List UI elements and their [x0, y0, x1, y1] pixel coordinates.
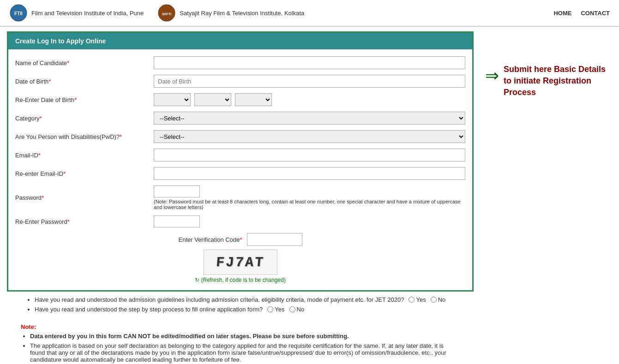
note-1: Data entered by you in this form CAN NOT…	[30, 333, 460, 340]
notes-section: Note: Data entered by you in this form C…	[7, 321, 474, 364]
category-row: Category* --Select-- General OBC SC ST	[15, 112, 465, 125]
q1-radio-group: Yes No	[409, 296, 445, 303]
q2-radio-group: Yes No	[267, 306, 304, 313]
q1-no-radio[interactable]	[431, 297, 437, 303]
pwd-select[interactable]: --Select-- Yes No	[154, 130, 465, 143]
name-row: Name of Candidate*	[15, 56, 465, 69]
reemail-input[interactable]	[154, 167, 465, 180]
email-input[interactable]	[154, 149, 465, 161]
question-2-text: Have you read and understood the step by…	[35, 306, 263, 313]
questions-section: Have you read and understood the admissi…	[7, 292, 474, 321]
captcha-input[interactable]	[247, 233, 302, 246]
dob-label: Date of Birth*	[15, 78, 154, 85]
captcha-input-row: Enter Verification Code*	[178, 233, 302, 246]
ftii-logo-text: Film and Television Institute of India, …	[31, 10, 144, 17]
form-title: Create Log In to Apply Online	[15, 37, 106, 45]
form-box-header: Create Log In to Apply Online	[8, 33, 472, 49]
header-logos: FTII Film and Television Institute of In…	[9, 4, 553, 22]
reemail-label: Re-enter Email-ID*	[15, 170, 154, 177]
captcha-image: FJ7AT	[204, 250, 277, 275]
dob-year-select[interactable]: 1990199119921993 1994199519961997 199819…	[235, 93, 272, 106]
question-item-2: Have you read and understood the step by…	[35, 306, 460, 313]
q1-no-option[interactable]: No	[431, 296, 446, 303]
email-row: Email-ID*	[15, 149, 465, 161]
notes-list: Data entered by you in this form CAN NOT…	[21, 333, 460, 363]
password-label: Password*	[15, 194, 154, 201]
dob-day-select[interactable]: 0102030405 0607080910 1112131415 1617181…	[154, 93, 191, 106]
svg-text:SRFTI: SRFTI	[162, 12, 171, 16]
category-select[interactable]: --Select-- General OBC SC ST	[154, 112, 465, 125]
email-label: Email-ID*	[15, 152, 154, 159]
note-2: The application is based on your self de…	[30, 342, 460, 363]
category-label: Category*	[15, 115, 154, 122]
logo-srfti: SRFTI Satyajit Ray Film & Television Ins…	[157, 4, 304, 22]
repassword-label: Re-Enter Password*	[15, 218, 154, 225]
form-body: Name of Candidate* Date of Birth*	[8, 49, 472, 290]
captcha-refresh[interactable]: ↻ (Refresh, if code is to be changed)	[195, 277, 286, 283]
site-header: FTII Film and Television Institute of In…	[0, 0, 619, 27]
repassword-input[interactable]	[154, 215, 200, 227]
name-label: Name of Candidate*	[15, 60, 154, 66]
questions-list: Have you read and understood the admissi…	[21, 296, 460, 313]
q1-yes-option[interactable]: Yes	[409, 296, 426, 303]
dob-row: Date of Birth*	[15, 75, 465, 88]
refresh-icon: ↻	[195, 277, 199, 283]
reemail-row: Re-enter Email-ID*	[15, 167, 465, 180]
name-input[interactable]	[154, 56, 465, 69]
repassword-row: Re-Enter Password*	[15, 215, 465, 227]
dob-month-select[interactable]: JanFebMarApr MayJunJulAug SepOctNovDec	[194, 93, 231, 106]
registration-form-box: Create Log In to Apply Online Name of Ca…	[7, 31, 474, 292]
nav-home[interactable]: HOME	[553, 10, 571, 17]
q1-yes-radio[interactable]	[409, 297, 415, 303]
captcha-text: FJ7AT	[215, 255, 265, 270]
submit-hint: ⇒ Submit here Basic Details to initiate …	[485, 64, 610, 99]
password-section: (Note: Password must be at least 8 chara…	[154, 185, 465, 210]
pwd-label: Are You Person with Disabilities(PwD)?*	[15, 133, 154, 140]
password-row: Password* (Note: Password must be at lea…	[15, 185, 465, 210]
right-hint-panel: ⇒ Submit here Basic Details to initiate …	[481, 27, 619, 364]
question-1-text: Have you read and understood the admissi…	[35, 296, 404, 303]
logo-ftii: FTII Film and Television Institute of In…	[9, 4, 144, 22]
note-1-text: Data entered by you in this form CAN NOT…	[30, 333, 349, 340]
srfti-logo-icon: SRFTI	[157, 4, 176, 22]
nav-links: HOME CONTACT	[553, 10, 610, 17]
q2-no-radio[interactable]	[289, 306, 295, 312]
password-note: (Note: Password must be at least 8 chara…	[154, 199, 465, 210]
submit-hint-text: Submit here Basic Details to initiate Re…	[504, 64, 610, 99]
srfti-logo-text: Satyajit Ray Film & Television Institute…	[180, 10, 304, 17]
captcha-label: Enter Verification Code*	[178, 236, 242, 243]
redob-row: Re-Enter Date of Birth* 0102030405 06070…	[15, 93, 465, 106]
nav-contact[interactable]: CONTACT	[581, 10, 610, 17]
notes-title: Note:	[21, 323, 460, 330]
q2-yes-radio[interactable]	[267, 306, 273, 312]
dob-input[interactable]	[154, 75, 465, 88]
captcha-section: Enter Verification Code* FJ7AT ↻ (Refres…	[15, 233, 465, 283]
ftii-logo-icon: FTII	[9, 4, 28, 22]
pwd-row: Are You Person with Disabilities(PwD)?* …	[15, 130, 465, 143]
svg-text:FTII: FTII	[14, 11, 23, 16]
q2-yes-option[interactable]: Yes	[267, 306, 284, 313]
redob-label: Re-Enter Date of Birth*	[15, 96, 154, 103]
q2-no-option[interactable]: No	[289, 306, 305, 313]
password-input[interactable]	[154, 185, 200, 197]
dob-selects: 0102030405 0607080910 1112131415 1617181…	[154, 93, 465, 106]
right-arrow-icon: ⇒	[485, 66, 499, 85]
question-item-1: Have you read and understood the admissi…	[35, 296, 460, 303]
